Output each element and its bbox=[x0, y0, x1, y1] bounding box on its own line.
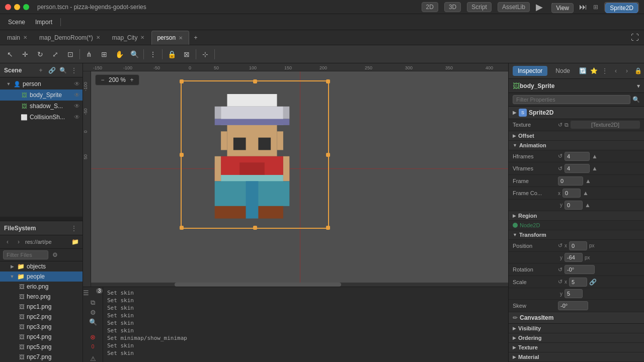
pan-tool[interactable]: ✋ bbox=[112, 47, 126, 61]
fs-item-npc2[interactable]: 🖼 npc2.png bbox=[0, 312, 83, 322]
fs-item-npc3[interactable]: 🖼 npc3.png bbox=[0, 322, 83, 332]
canvas-scrollbar-h[interactable] bbox=[91, 283, 508, 287]
rotate-tool[interactable]: ↻ bbox=[33, 47, 47, 61]
rotation-reset-btn[interactable]: ↺ bbox=[558, 266, 562, 273]
position-reset-btn[interactable]: ↺ bbox=[558, 242, 562, 249]
fs-folder-button[interactable]: 📁 bbox=[70, 237, 79, 246]
tree-item-collision[interactable]: ▶ ⬜ CollisionSh... 👁 bbox=[0, 112, 83, 123]
frame-coords-y-input[interactable] bbox=[565, 201, 583, 210]
handle-tl[interactable] bbox=[180, 79, 184, 83]
smart-snap-tool[interactable]: ⋔ bbox=[82, 47, 96, 61]
snap-tool[interactable]: ⊹ bbox=[198, 47, 212, 61]
group-tool[interactable]: ⊠ bbox=[180, 47, 194, 61]
frame-up-btn[interactable]: ▲ bbox=[585, 177, 591, 185]
people-arrow[interactable]: ▼ bbox=[9, 274, 15, 280]
script-button[interactable]: Script bbox=[467, 2, 492, 12]
body-sprite-visibility-btn[interactable]: 👁 bbox=[73, 92, 80, 99]
tab-map-demoroom[interactable]: map_DemoRoom(*) ✕ bbox=[34, 31, 106, 45]
add-node-button[interactable]: + bbox=[36, 66, 45, 75]
animation-section[interactable]: ▼ Animation bbox=[509, 141, 644, 150]
canvas-scrollbar-thumb[interactable] bbox=[175, 283, 342, 287]
scene-scrollbar[interactable] bbox=[0, 217, 83, 221]
search-scene-button[interactable]: 🔍 bbox=[58, 66, 67, 75]
visibility-section[interactable]: ▶ Visibility bbox=[509, 324, 644, 333]
instantiate-button[interactable]: 🔗 bbox=[47, 66, 56, 75]
region-section[interactable]: ▶ Region bbox=[509, 211, 644, 221]
person-visibility-btn[interactable]: 👁 bbox=[73, 80, 80, 87]
texture-copy-btn[interactable]: ⧉ bbox=[565, 122, 569, 128]
fs-item-npc4[interactable]: 🖼 npc4.png bbox=[0, 332, 83, 342]
material-section[interactable]: ▶ Material bbox=[509, 352, 644, 362]
tab-main[interactable]: main ✕ bbox=[2, 31, 33, 45]
tree-item-body-sprite[interactable]: ▶ 🖼 body_Sprite 👁 bbox=[0, 89, 83, 101]
inspector-lock-btn[interactable]: 🔒 bbox=[633, 66, 642, 75]
scale-tool[interactable]: ⤢ bbox=[48, 47, 62, 61]
fs-item-erio[interactable]: 🖼 erio.png bbox=[0, 282, 83, 292]
zoom-in-btn[interactable]: + bbox=[128, 76, 136, 84]
texture2-section[interactable]: ▶ Texture bbox=[509, 343, 644, 352]
tab-map-city-close[interactable]: ✕ bbox=[139, 35, 145, 41]
tab-map-city[interactable]: map_City ✕ bbox=[107, 31, 151, 45]
handle-bm[interactable] bbox=[253, 226, 257, 230]
console-copy-btn[interactable]: ⧉ bbox=[86, 299, 100, 307]
scale-y-input[interactable] bbox=[565, 289, 583, 298]
canvas-item-header[interactable]: ✏ CanvasItem bbox=[509, 312, 644, 324]
frame-coords-x-input[interactable] bbox=[562, 189, 581, 198]
skew-input[interactable] bbox=[558, 301, 588, 310]
assetlib-button[interactable]: AssetLib bbox=[498, 2, 530, 12]
scale-link-btn[interactable]: 🔗 bbox=[589, 279, 597, 286]
position-y-input[interactable] bbox=[565, 253, 583, 262]
fs-item-objects[interactable]: ▶ 📁 objects bbox=[0, 261, 83, 272]
vframes-reset-btn[interactable]: ↺ bbox=[558, 165, 562, 172]
fullscreen-button[interactable]: ⛶ bbox=[628, 33, 642, 42]
fs-item-people[interactable]: ▼ 📁 people bbox=[0, 272, 83, 282]
frame-coords-x-up[interactable]: ▲ bbox=[583, 190, 589, 197]
canvas-area[interactable]: -150 -100 -50 0 50 100 150 200 250 300 3… bbox=[83, 63, 508, 287]
tree-item-person[interactable]: ▼ 👤 person 👁 bbox=[0, 78, 83, 89]
move-tool[interactable]: ✛ bbox=[18, 47, 32, 61]
filter-properties-input[interactable] bbox=[513, 95, 630, 104]
3d-button[interactable]: 3D bbox=[444, 2, 461, 12]
texture-reset-btn[interactable]: ↺ bbox=[558, 122, 562, 128]
zoom-out-btn[interactable]: − bbox=[99, 76, 107, 84]
node-type-dropdown[interactable]: ▾ bbox=[637, 82, 640, 89]
frame-coords-y-up[interactable]: ▲ bbox=[585, 202, 591, 209]
inspector-tab[interactable]: Inspector bbox=[513, 66, 547, 76]
handle-tm[interactable] bbox=[253, 79, 257, 83]
scale-reset-btn[interactable]: ↺ bbox=[558, 279, 562, 285]
fs-item-hero[interactable]: 🖼 hero.png bbox=[0, 292, 83, 302]
2d-button[interactable]: 2D bbox=[422, 2, 438, 12]
hframes-reset-btn[interactable]: ↺ bbox=[558, 153, 562, 159]
scene-menu[interactable]: Scene bbox=[4, 17, 29, 27]
minimize-button[interactable] bbox=[14, 4, 20, 10]
maximize-button[interactable] bbox=[23, 4, 29, 10]
scene-options-button[interactable]: ⋮ bbox=[69, 66, 78, 75]
inspector-fav-btn[interactable]: ⭐ bbox=[589, 66, 598, 75]
handle-br[interactable] bbox=[326, 226, 330, 230]
tab-person[interactable]: person ✕ bbox=[151, 31, 189, 45]
hframes-input[interactable] bbox=[565, 152, 590, 161]
lock-tool[interactable]: 🔒 bbox=[165, 47, 179, 61]
fs-item-npc1[interactable]: 🖼 npc1.png bbox=[0, 302, 83, 312]
view-button[interactable]: View bbox=[551, 3, 574, 13]
tree-arrow-person[interactable]: ▼ bbox=[6, 81, 12, 87]
handle-tr[interactable] bbox=[326, 79, 330, 83]
frame-input[interactable] bbox=[558, 176, 583, 186]
handle-ml[interactable] bbox=[180, 153, 184, 157]
fs-forward-button[interactable]: › bbox=[14, 237, 23, 246]
handle-mr[interactable] bbox=[326, 153, 330, 157]
filesystem-filter-input[interactable] bbox=[3, 250, 48, 259]
inspector-history-btn[interactable]: 🔃 bbox=[578, 66, 587, 75]
transform-section[interactable]: ▼ Transform bbox=[509, 230, 644, 240]
filter-search-icon[interactable]: 🔍 bbox=[632, 96, 640, 103]
play-button[interactable]: ▶ bbox=[536, 2, 543, 13]
console-search-btn[interactable]: 🔍 bbox=[86, 318, 100, 326]
collision-visibility-btn[interactable]: 👁 bbox=[73, 114, 80, 121]
tab-main-close[interactable]: ✕ bbox=[22, 35, 28, 41]
fs-item-npc5[interactable]: 🖼 npc5.png bbox=[0, 342, 83, 352]
grid-tool[interactable]: ⊞ bbox=[97, 47, 111, 61]
node-tab[interactable]: Node bbox=[550, 66, 575, 76]
transform-tool[interactable]: ⊡ bbox=[63, 47, 77, 61]
tab-add-button[interactable]: + bbox=[190, 32, 201, 43]
position-x-input[interactable] bbox=[569, 241, 587, 250]
